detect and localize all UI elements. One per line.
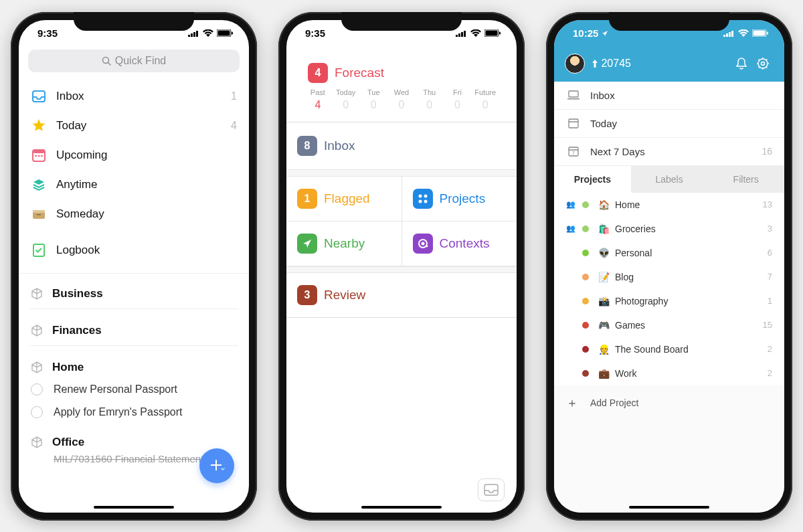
svg-rect-38 xyxy=(753,31,766,36)
nav-next7[interactable]: 7 Next 7 Days 16 xyxy=(554,138,784,166)
sidebar-item-anytime[interactable]: Anytime xyxy=(19,170,249,199)
area-home[interactable]: Home xyxy=(19,350,249,378)
svg-rect-5 xyxy=(218,31,230,36)
things-screen: 9:35 Quick Find Inbox 1 Today 4 xyxy=(19,20,249,513)
avatar[interactable] xyxy=(565,54,585,74)
tile-forecast[interactable]: 4 Forecast Past4 Today0 Tue0 Wed0 Thu0 F… xyxy=(286,48,517,122)
count-badge: 2 xyxy=(768,368,772,378)
svg-rect-20 xyxy=(458,33,460,37)
todoist-screen: 10:25 20745 xyxy=(554,20,784,513)
project-row[interactable]: 🎮Games15 xyxy=(554,313,784,337)
status-time: 9:35 xyxy=(305,27,325,39)
nav-today[interactable]: Today xyxy=(554,110,784,138)
project-row[interactable]: 📝Blog7 xyxy=(554,265,784,289)
project-label: Blog xyxy=(615,272,768,282)
task-row[interactable]: Renew Personal Passport xyxy=(19,378,249,401)
svg-point-41 xyxy=(762,62,765,65)
svg-rect-3 xyxy=(196,31,198,37)
location-icon xyxy=(602,30,608,37)
forecast-day[interactable]: Future0 xyxy=(471,88,499,111)
project-row[interactable]: 👥🏠Home13 xyxy=(554,193,784,217)
logbook-icon xyxy=(31,242,47,258)
forecast-day[interactable]: Wed0 xyxy=(387,88,416,111)
nav-inbox[interactable]: Inbox xyxy=(554,82,784,110)
tab-projects[interactable]: Projects xyxy=(554,166,631,193)
tile-review[interactable]: 3 Review xyxy=(286,273,517,318)
sidebar-item-inbox[interactable]: Inbox 1 xyxy=(19,82,249,111)
forecast-day[interactable]: Thu0 xyxy=(416,88,444,111)
tile-nearby[interactable]: Nearby xyxy=(286,221,402,266)
omnifocus-screen: 9:35 4 Forecast Past4 Today0 Tue0 Wed0 T… xyxy=(286,20,517,513)
tab-labels[interactable]: Labels xyxy=(631,166,708,193)
svg-point-26 xyxy=(418,194,422,197)
forecast-day[interactable]: Tue0 xyxy=(359,88,387,111)
signal-icon xyxy=(723,30,735,37)
count-badge: 2 xyxy=(768,344,772,354)
notifications-button[interactable] xyxy=(731,57,752,70)
checkbox[interactable] xyxy=(31,383,43,395)
count-badge: 1 xyxy=(231,90,237,102)
sidebar-item-upcoming[interactable]: Upcoming xyxy=(19,141,249,170)
svg-rect-14 xyxy=(41,155,43,157)
project-row[interactable]: 👥🛍️Groceries3 xyxy=(554,217,784,241)
checkbox[interactable] xyxy=(31,406,43,418)
tile-flagged[interactable]: 1 Flagged xyxy=(286,177,402,221)
svg-point-40 xyxy=(758,59,768,68)
svg-rect-16 xyxy=(33,210,45,213)
svg-rect-19 xyxy=(456,35,458,37)
project-dot xyxy=(582,298,589,304)
count-badge: 6 xyxy=(768,248,772,258)
tile-contexts[interactable]: Contexts xyxy=(402,221,517,266)
tile-inbox[interactable]: 8 Inbox xyxy=(286,122,517,170)
task-row[interactable]: Apply for Emryn's Passport xyxy=(19,401,249,424)
signal-icon xyxy=(188,30,199,37)
tile-projects[interactable]: Projects xyxy=(402,177,517,221)
project-emoji: 📸 xyxy=(598,296,610,306)
area-business[interactable]: Business xyxy=(19,276,249,304)
search-input[interactable]: Quick Find xyxy=(28,50,240,72)
flagged-badge: 1 xyxy=(297,189,317,209)
sidebar-item-someday[interactable]: Someday xyxy=(19,199,249,229)
star-icon xyxy=(31,118,47,134)
karma-score[interactable]: 20745 xyxy=(592,58,731,70)
project-emoji: 💼 xyxy=(598,368,610,379)
project-emoji: 👷 xyxy=(598,344,610,355)
add-project-button[interactable]: ＋ Add Project xyxy=(554,385,784,420)
sidebar-item-logbook[interactable]: Logbook xyxy=(19,236,249,265)
shared-icon: 👥 xyxy=(566,200,575,209)
area-finances[interactable]: Finances xyxy=(19,313,249,341)
svg-rect-6 xyxy=(232,32,233,35)
wifi-icon xyxy=(470,29,481,37)
svg-rect-0 xyxy=(188,35,190,37)
svg-rect-32 xyxy=(484,484,498,495)
cube-icon xyxy=(31,288,43,300)
project-dot xyxy=(582,226,589,232)
forecast-day[interactable]: Fri0 xyxy=(444,88,472,111)
sidebar-item-today[interactable]: Today 4 xyxy=(19,111,249,141)
project-row[interactable]: 💼Work2 xyxy=(554,361,784,385)
project-row[interactable]: 📸Photography1 xyxy=(554,289,784,313)
calendar-today-icon xyxy=(566,118,581,128)
status-time: 9:35 xyxy=(37,27,58,39)
svg-point-27 xyxy=(424,194,427,197)
svg-point-28 xyxy=(418,199,422,203)
add-button[interactable] xyxy=(199,448,234,483)
project-emoji: 🎮 xyxy=(598,320,610,331)
project-row[interactable]: 👽Personal6 xyxy=(554,241,784,265)
project-row[interactable]: 👷The Sound Board2 xyxy=(554,337,784,361)
contexts-icon xyxy=(413,234,433,254)
quick-inbox-button[interactable] xyxy=(478,478,505,501)
count-badge: 16 xyxy=(762,146,772,157)
settings-button[interactable] xyxy=(752,57,774,70)
tab-filters[interactable]: Filters xyxy=(707,166,784,193)
inbox-tray-icon xyxy=(484,484,499,496)
project-label: Work xyxy=(615,368,768,379)
forecast-day-past[interactable]: Past4 xyxy=(304,88,332,111)
svg-text:7: 7 xyxy=(572,151,575,155)
count-badge: 7 xyxy=(768,272,772,282)
tabs: Projects Labels Filters xyxy=(554,166,784,193)
project-emoji: 📝 xyxy=(598,272,610,282)
plus-icon xyxy=(208,457,226,474)
svg-rect-43 xyxy=(569,119,578,128)
forecast-day[interactable]: Today0 xyxy=(332,88,360,111)
